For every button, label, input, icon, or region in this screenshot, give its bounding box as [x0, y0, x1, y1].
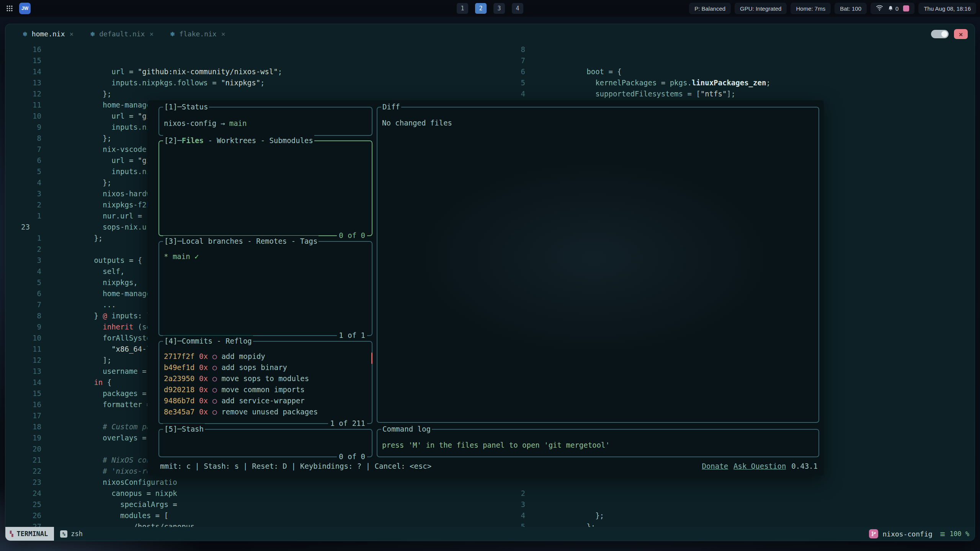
panel-title-rest: - Worktrees - Submodules: [204, 135, 313, 146]
line-number: 8: [5, 133, 41, 144]
code-segment: "ntfs": [701, 90, 727, 98]
code-line: 15 inputs.nixpkgs.follows = "nixpkgs";: [5, 55, 500, 66]
lazygit-commits-panel[interactable]: [4]─Commits - Reflog 2717f2f0x○add mopid…: [158, 341, 372, 424]
shell-label: zsh: [71, 530, 83, 538]
lazygit-diff-panel[interactable]: Diff No changed files: [377, 107, 819, 423]
tab-close-icon[interactable]: ×: [70, 30, 74, 38]
code-text: };: [534, 488, 604, 499]
workspace-button[interactable]: 3: [493, 3, 505, 14]
line-number: 15: [5, 388, 41, 399]
code-segment: =: [208, 78, 221, 87]
code-line: 6 supportedFilesystems = ["ntfs"];: [508, 66, 975, 77]
commit-message: move common imports: [221, 385, 304, 394]
panel-number: [3]─: [164, 236, 182, 247]
code-segment: =: [124, 112, 137, 120]
code-text: url = "github:nix-community/nixos-wsl";: [50, 44, 282, 55]
lazygit-status-panel[interactable]: [1]─Status nixos-config→main: [158, 107, 372, 136]
commit-sha: 8e345a7: [164, 408, 194, 416]
line-number: 8: [5, 310, 41, 321]
editor-tab[interactable]: ❄ default.nix ×: [90, 30, 154, 38]
color-swatch-icon[interactable]: [903, 5, 909, 11]
commit-message: move sops to modules: [221, 374, 309, 383]
window-close-button[interactable]: ×: [954, 29, 968, 39]
tray-icons-pill: 0: [871, 3, 915, 14]
check-icon: ✓: [190, 252, 199, 261]
clock-pill[interactable]: Thu Aug 08, 18:16: [918, 3, 976, 14]
line-number: 5: [508, 521, 525, 527]
notifications-indicator[interactable]: 0: [888, 5, 898, 12]
code-line: 12 url = "github:nix-community/home-mana…: [5, 88, 500, 99]
git-repo-icon: [869, 529, 878, 538]
line-number: 25: [5, 499, 41, 510]
editor-tab[interactable]: ❄ flake.nix ×: [170, 30, 225, 38]
workspace-button[interactable]: 4: [512, 3, 523, 14]
line-number: 2: [5, 199, 41, 210]
code-segment: ;: [260, 78, 265, 87]
commit-row[interactable]: 2717f2f0x○add mopidy: [164, 351, 372, 362]
commit-sha: 2717f2f: [164, 352, 194, 360]
commit-row[interactable]: b49ef1d0x○add sops binary: [164, 362, 372, 373]
ask-question-link[interactable]: Ask Question: [733, 461, 786, 472]
lazygit-branches-panel[interactable]: [3]─Local branches - Remotes - Tags * ma…: [158, 241, 372, 336]
window-controls: ×: [931, 29, 968, 39]
line-number: 3: [5, 255, 41, 266]
status-pill: Home: 7ms: [791, 3, 831, 14]
line-number: 8: [508, 44, 525, 55]
code-segment: ];: [727, 90, 735, 98]
workspace-button[interactable]: 2: [475, 3, 487, 14]
line-number: 10: [5, 333, 41, 344]
lazygit-files-panel[interactable]: [2]─Files - Worktrees - Submodules 0 of …: [158, 140, 372, 236]
commits-scrollbar[interactable]: [371, 352, 372, 364]
commit-row[interactable]: 8e345a70x○remove unused packages: [164, 406, 372, 417]
apps-grid-icon[interactable]: [4, 3, 15, 14]
wifi-icon[interactable]: [876, 5, 883, 12]
workspace-button[interactable]: 1: [457, 3, 468, 14]
nix-snowflake-icon: ❄: [23, 30, 27, 38]
status-pills: P: BalancedGPU: IntegratedHome: 7msBat: …: [689, 3, 867, 14]
commit-message: remove unused packages: [221, 408, 318, 416]
line-number: 26: [5, 510, 41, 521]
code-text: self,: [50, 244, 125, 255]
code-line: 25 ./hosts/canopus: [5, 499, 500, 510]
line-number: 5: [5, 166, 41, 177]
window-toggle-switch[interactable]: [931, 30, 949, 38]
lazygit-command-log-panel[interactable]: Command log press 'M' in the files panel…: [377, 429, 819, 457]
tab-close-icon[interactable]: ×: [221, 30, 225, 38]
donate-link[interactable]: Donate: [702, 461, 728, 472]
line-number: 7: [508, 55, 525, 66]
code-line: 27 home-manager.nixosModules.home-manage…: [5, 521, 500, 527]
line-number: 6: [5, 155, 41, 166]
lazygit-stash-panel[interactable]: [5]─Stash 0 of 0: [158, 429, 372, 457]
code-segment: packages: [103, 389, 138, 398]
topbar-right-group: P: BalancedGPU: IntegratedHome: 7msBat: …: [689, 3, 976, 14]
code-segment: = [: [683, 90, 701, 98]
code-text: ...: [50, 277, 116, 288]
code-text: initrd.systemd.enable = true;: [534, 77, 722, 88]
code-text: };: [534, 499, 595, 510]
tab-close-icon[interactable]: ×: [149, 30, 154, 38]
commit-sha: d920218: [164, 385, 194, 394]
panel-title-text: Command log: [382, 424, 431, 435]
line-number: 6: [508, 66, 525, 77]
shell-indicator: % zsh: [60, 530, 83, 538]
editor-tab[interactable]: ❄ home.nix ×: [23, 30, 74, 38]
footer-links: Donate Ask Question 0.43.1: [702, 461, 818, 472]
panel-title-text: Stash: [182, 424, 204, 435]
launcher-logo[interactable]: JW: [19, 3, 31, 14]
commit-row[interactable]: d9202180x○move common imports: [164, 384, 372, 395]
code-text: home-manager.nixosModules.home-manager: [50, 521, 296, 527]
commit-row[interactable]: 9486b7d0x○add service-wrapper: [164, 395, 372, 406]
line-number: 12: [5, 355, 41, 366]
commit-graph-icon: ○: [212, 408, 217, 416]
line-number: 23: [5, 222, 41, 233]
tab-label: home.nix: [32, 30, 65, 38]
panel-number: [4]─: [164, 336, 182, 347]
commit-graph-icon: ○: [212, 396, 217, 405]
code-line: 2 };: [508, 488, 975, 499]
line-number: 16: [5, 399, 41, 410]
code-text: [50, 222, 103, 233]
code-segment: "nixpkgs": [221, 78, 260, 87]
code-segment: ,: [133, 278, 137, 287]
commit-sha: b49ef1d: [164, 363, 194, 372]
commit-row[interactable]: 2a239500x○move sops to modules: [164, 373, 372, 384]
